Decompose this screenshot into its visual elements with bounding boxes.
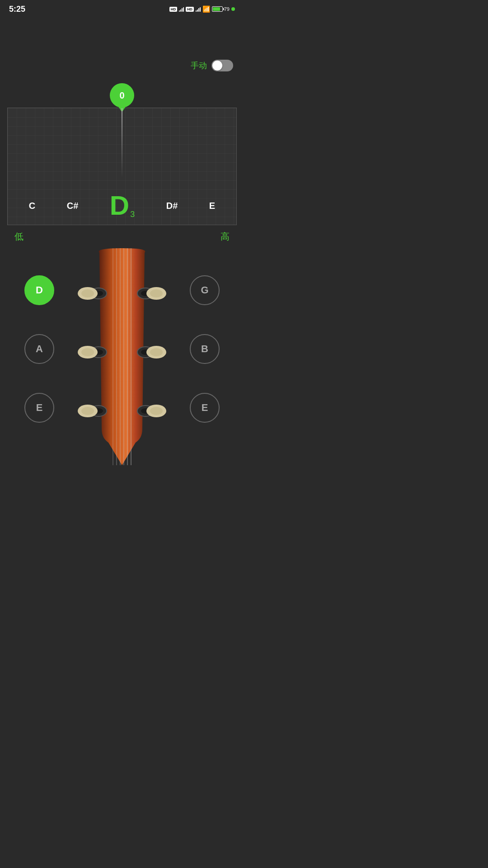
string-label-G: G <box>201 284 208 296</box>
wifi-icon: 📶 <box>202 5 210 13</box>
tuner-area: 0 C C# D 3 D# E 低 <box>7 71 237 248</box>
bar8 <box>200 7 201 12</box>
bar4 <box>183 7 184 12</box>
bar1 <box>179 10 180 12</box>
note-D-active: D <box>110 192 129 219</box>
status-bar: 5:25 HD HD 📶 79 <box>0 0 244 16</box>
needle-line <box>122 108 122 178</box>
string-buttons-area: D A E G B E <box>0 248 244 474</box>
hd-badge-1: HD <box>169 7 178 12</box>
manual-toggle-area: 手动 <box>0 52 244 71</box>
string-label-B: B <box>201 343 208 355</box>
string-btn-G[interactable]: G <box>190 275 220 305</box>
toggle-knob <box>212 61 222 71</box>
string-label-E-low: E <box>36 402 43 414</box>
string-label-A: A <box>36 343 43 355</box>
green-dot <box>231 7 235 11</box>
string-label-E-high: E <box>202 402 208 414</box>
bar6 <box>197 9 198 12</box>
grid-display: C C# D 3 D# E <box>7 108 237 225</box>
note-C: C <box>29 201 35 211</box>
note-D-octave: 3 <box>130 210 135 219</box>
battery-fill <box>213 7 220 11</box>
string-btn-D[interactable]: D <box>24 275 54 305</box>
top-spacer <box>0 16 244 52</box>
string-btn-B[interactable]: B <box>190 334 220 364</box>
string-btn-A[interactable]: A <box>24 334 54 364</box>
status-time: 5:25 <box>9 5 25 14</box>
battery-container: 79 <box>212 6 230 12</box>
bar7 <box>198 8 199 12</box>
bar5 <box>196 10 197 12</box>
pitch-low: 低 <box>14 231 23 243</box>
bubble-number: 0 <box>119 90 124 101</box>
bar2 <box>180 9 181 12</box>
signal-bars-2 <box>196 6 201 12</box>
guitar-area: D A E G B E <box>0 248 244 474</box>
manual-label: 手动 <box>191 60 207 71</box>
pitch-high: 高 <box>221 231 230 243</box>
status-icons: HD HD 📶 79 <box>169 5 235 13</box>
signal-bars-1 <box>179 6 184 12</box>
battery-percent: 79 <box>224 6 230 12</box>
note-Ds: D# <box>166 201 178 211</box>
bar3 <box>182 8 183 12</box>
note-Cs: C# <box>67 201 79 211</box>
note-E: E <box>209 201 215 211</box>
pitch-labels: 低 高 <box>7 225 237 248</box>
pitch-bubble: 0 <box>110 83 134 108</box>
note-labels: C C# D 3 D# E <box>8 189 236 225</box>
string-btn-E-low[interactable]: E <box>24 393 54 423</box>
string-label-D: D <box>36 284 43 296</box>
string-btn-E-high[interactable]: E <box>190 393 220 423</box>
manual-toggle[interactable] <box>211 60 233 71</box>
indicator-container: 0 <box>7 71 237 108</box>
battery-icon <box>212 6 223 12</box>
hd-badge-2: HD <box>186 7 194 12</box>
